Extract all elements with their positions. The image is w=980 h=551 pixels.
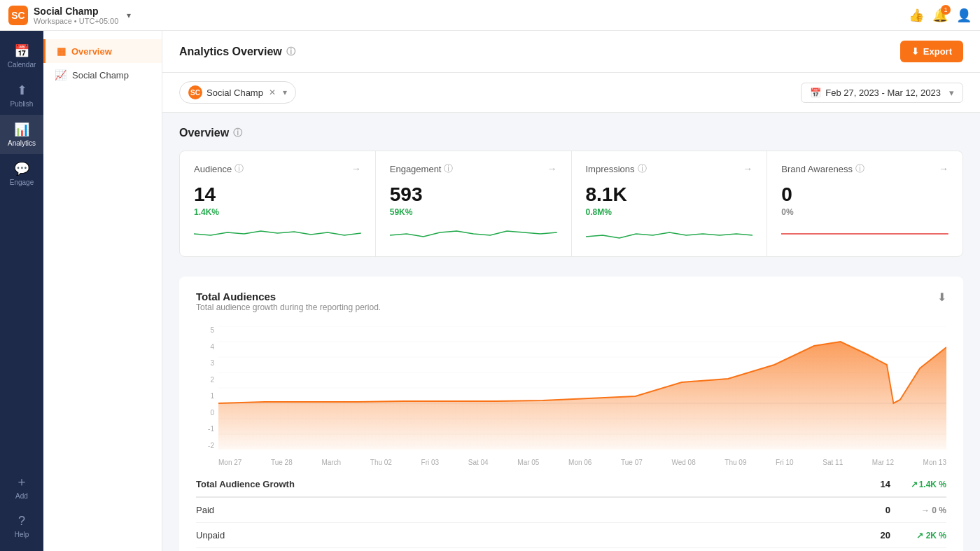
- metric-change-brand-awareness: 0%: [781, 207, 948, 217]
- metric-change-engagement: 59K%: [390, 207, 557, 217]
- notifications-button[interactable]: 🔔 1: [932, 8, 948, 23]
- growth-row-paid-label: Paid: [196, 505, 848, 515]
- analytics-title: Analytics Overview ⓘ: [179, 46, 295, 58]
- engagement-arrow-icon[interactable]: →: [547, 163, 557, 174]
- sub-nav-overview[interactable]: ▦ Overview: [43, 39, 162, 63]
- metric-chart-engagement: [390, 220, 557, 245]
- engage-icon: 💬: [14, 161, 29, 176]
- growth-row-paid-change: → 0 %: [890, 505, 946, 515]
- user-avatar-icon[interactable]: 👤: [956, 8, 972, 23]
- metric-chart-impressions: [586, 220, 753, 245]
- filter-bar: SC Social Champ ✕ ▾ 📅 Feb 27, 2023 - Mar…: [162, 73, 980, 113]
- metric-value-brand-awareness: 0: [781, 183, 948, 206]
- sidebar-item-add[interactable]: ＋ Add: [15, 466, 29, 507]
- overview-section-title: Overview ⓘ: [179, 127, 963, 139]
- chip-chevron-icon[interactable]: ▾: [283, 88, 287, 97]
- date-picker[interactable]: 📅 Feb 27, 2023 - Mar 12, 2023 ▾: [801, 83, 963, 103]
- metric-header-engagement: Engagement ⓘ →: [390, 162, 557, 175]
- brand-awareness-info-icon[interactable]: ⓘ: [855, 162, 864, 175]
- sidebar-label-add: Add: [15, 492, 28, 500]
- chart-area: [218, 326, 946, 449]
- impressions-arrow-icon[interactable]: →: [743, 163, 752, 174]
- export-label: Export: [923, 46, 952, 57]
- metric-header-audience: Audience ⓘ →: [194, 162, 361, 175]
- metric-change-impressions: 0.8M%: [586, 207, 753, 217]
- growth-row-unpaid-change: ↗ 2K %: [890, 531, 946, 540]
- brand-chevron-icon[interactable]: ▾: [127, 11, 131, 20]
- metric-header-brand-awareness: Brand Awareness ⓘ →: [781, 162, 948, 175]
- growth-table-header: Total Audience Growth 14 ↗ 1.4K %: [196, 472, 946, 498]
- account-chip-logo: SC: [188, 85, 202, 99]
- metric-card-brand-awareness: Brand Awareness ⓘ → 0 0%: [767, 151, 962, 256]
- sidebar-label-publish: Publish: [10, 100, 34, 108]
- analytics-info-icon[interactable]: ⓘ: [286, 46, 295, 58]
- x-label-fri03: Fri 03: [421, 459, 440, 466]
- export-icon: ⬇: [911, 46, 919, 57]
- chip-close-icon[interactable]: ✕: [269, 88, 276, 97]
- y-label-1: 1: [210, 392, 217, 400]
- metric-value-audience: 14: [194, 183, 361, 206]
- growth-header-value: 14: [848, 479, 890, 489]
- metric-label-impressions: Impressions ⓘ: [586, 162, 647, 175]
- topbar-right: 👍 🔔 1 👤: [909, 8, 972, 23]
- growth-header-label: Total Audience Growth: [196, 479, 848, 489]
- help-icon: ?: [18, 514, 25, 529]
- notification-badge: 1: [941, 5, 951, 15]
- metric-chart-brand-awareness: [781, 220, 948, 245]
- thumbs-icon[interactable]: 👍: [909, 8, 924, 23]
- analytics-icon: 📊: [14, 122, 29, 137]
- audiences-section: Total Audiences Total audience growth du…: [179, 277, 963, 551]
- growth-header-change: ↗ 1.4K %: [890, 480, 946, 489]
- sidebar-bottom: ＋ Add ? Help: [15, 466, 29, 545]
- audiences-title: Total Audiences: [196, 291, 381, 302]
- sidebar-label-help: Help: [15, 531, 29, 538]
- app-name: Social Champ: [34, 6, 118, 17]
- metric-card-engagement: Engagement ⓘ → 593 59K%: [376, 151, 571, 256]
- x-label-thu09: Thu 09: [724, 459, 746, 466]
- analytics-content: Analytics Overview ⓘ ⬇ Export SC Social …: [162, 31, 980, 551]
- publish-icon: ⬆: [17, 83, 27, 98]
- calendar-icon: 📅: [14, 43, 29, 59]
- download-chart-icon[interactable]: ⬇: [937, 291, 946, 304]
- social-champ-nav-icon: 📈: [55, 69, 66, 81]
- metric-change-audience: 1.4K%: [194, 207, 361, 217]
- sidebar-item-analytics[interactable]: 📊 Analytics: [0, 115, 43, 154]
- sidebar-item-publish[interactable]: ⬆ Publish: [0, 76, 43, 115]
- audience-arrow-icon[interactable]: →: [351, 163, 361, 174]
- x-label-thu02: Thu 02: [370, 459, 392, 466]
- x-label-tue28: Tue 28: [271, 459, 293, 466]
- audiences-subtitle: Total audience growth during the reporti…: [196, 302, 381, 312]
- growth-table-row-lost: Lost 6 ↘ -600 %: [196, 548, 946, 551]
- growth-header-arrow: ↗: [911, 480, 918, 489]
- analytics-title-text: Analytics Overview: [179, 46, 282, 58]
- sidebar-label-engage: Engage: [10, 179, 34, 186]
- sidebar-item-engage[interactable]: 💬 Engage: [0, 154, 43, 193]
- brand-awareness-arrow-icon[interactable]: →: [939, 163, 948, 174]
- overview-info-icon[interactable]: ⓘ: [233, 127, 242, 139]
- date-chevron-icon: ▾: [949, 88, 954, 98]
- x-label-mar12: Mar 12: [872, 459, 894, 466]
- chart-xaxis: Mon 27 Tue 28 March Thu 02 Fri 03 Sat 04…: [218, 459, 946, 466]
- export-button[interactable]: ⬇ Export: [900, 41, 963, 62]
- chart-container: 5 4 3 2 1 0 -1 -2: [196, 326, 946, 466]
- growth-table-row-unpaid: Unpaid 20 ↗ 2K %: [196, 523, 946, 548]
- sub-nav-overview-label: Overview: [71, 46, 112, 57]
- growth-row-unpaid-label: Unpaid: [196, 530, 848, 540]
- sub-nav-social-champ[interactable]: 📈 Social Champ: [43, 63, 162, 87]
- sidebar-item-help[interactable]: ? Help: [15, 507, 29, 545]
- sidebar-item-calendar[interactable]: 📅 Calendar: [0, 36, 43, 76]
- content-area: ▦ Overview 📈 Social Champ Analytics Over…: [43, 31, 980, 551]
- y-label-3: 3: [210, 359, 217, 367]
- analytics-body: Overview ⓘ Audience ⓘ → 1: [162, 113, 980, 551]
- x-label-fri10: Fri 10: [776, 459, 794, 466]
- y-label-neg1: -1: [208, 425, 217, 433]
- growth-row-paid-value: 0: [848, 505, 890, 515]
- sub-nav-social-champ-label: Social Champ: [72, 70, 129, 81]
- engagement-info-icon[interactable]: ⓘ: [444, 162, 453, 175]
- x-label-mon13: Mon 13: [923, 459, 946, 466]
- account-chip[interactable]: SC Social Champ ✕ ▾: [179, 81, 296, 104]
- audience-info-icon[interactable]: ⓘ: [234, 162, 244, 175]
- y-label-4: 4: [210, 343, 217, 351]
- x-label-mon27: Mon 27: [218, 459, 241, 466]
- impressions-info-icon[interactable]: ⓘ: [638, 162, 647, 175]
